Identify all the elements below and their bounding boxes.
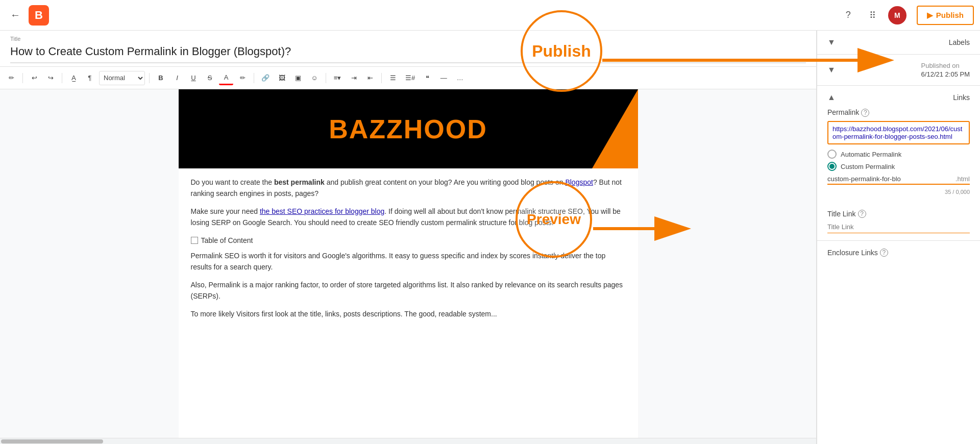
publish-label: Publish [936,11,964,19]
content-area[interactable]: BAZZHOOD Do you want to create the best … [0,89,816,438]
editor-panel: Title ✏ ↩ ↪ A̲ ¶ Normal Heading 1 Headin… [0,31,817,444]
seo-link[interactable]: the best SEO practices for blogger blog [260,207,384,215]
published-on-label: Published on [921,62,970,69]
content-inner: BAZZHOOD Do you want to create the best … [179,89,638,438]
blockquote-button[interactable]: ❝ [420,71,434,85]
published-section: ▼ Published on 6/12/21 2:05 PM [817,55,980,86]
toc-item: Table of Content [191,235,626,246]
labels-section-header[interactable]: ▼ Labels [827,38,970,47]
back-button[interactable]: ← [6,6,24,24]
horizontal-scrollbar[interactable] [0,438,816,444]
numbered-list-button[interactable]: ☰# [402,71,418,85]
published-section-header[interactable]: ▼ Published on 6/12/21 2:05 PM [827,62,970,78]
divider-5 [326,73,326,83]
divider-6 [381,73,382,83]
links-section: ▲ Links Permalink ? https://bazzhood.blo… [817,86,980,202]
more-options-button[interactable]: … [453,71,467,85]
toc-label: Table of Content [201,235,253,246]
publish-button[interactable]: ▶ Publish [917,6,974,25]
labels-chevron-icon: ▼ [827,38,836,47]
italic-button[interactable]: I [170,71,184,85]
paragraph-3: Permalink SEO is worth it for visitors a… [191,250,626,273]
blog-title: BAZZHOOD [329,114,487,144]
enclosure-label: Enclosure Links ? [827,248,970,257]
text-style-button[interactable]: A̲ [66,71,81,85]
redo-button[interactable]: ↪ [43,71,58,85]
links-chevron-icon: ▲ [827,93,836,102]
indent-left-button[interactable]: ⇤ [363,71,377,85]
text-color-button[interactable]: A [219,71,233,85]
enclosure-help-icon[interactable]: ? [880,249,888,257]
bullet-list-button[interactable]: ☰ [386,71,400,85]
help-button[interactable]: ? [839,6,857,24]
blog-content: Do you want to create the best permalink… [179,168,638,334]
avatar[interactable]: M [888,6,906,24]
automatic-permalink-row: Automatic Permalink [827,150,970,159]
underline-button[interactable]: U [186,71,201,85]
title-area: Title [0,31,816,67]
strikethrough-button[interactable]: S [203,71,217,85]
permalink-help-icon[interactable]: ? [861,109,869,117]
right-sidebar: ▼ Labels ▼ Published on 6/12/21 2:05 PM … [817,31,980,444]
avatar-initials: M [894,11,900,19]
toc-checkbox[interactable] [191,237,198,244]
title-link-help-icon[interactable]: ? [858,210,866,218]
top-bar: ← B ? ⠿ M ▶ Publish [0,0,980,31]
divider-2 [62,73,62,83]
hr-button[interactable]: — [436,71,451,85]
custom-permalink-radio[interactable] [827,162,837,171]
format-select[interactable]: Normal Heading 1 Heading 2 Heading 3 [99,71,145,85]
links-section-header[interactable]: ▲ Links [827,93,970,102]
divider-4 [254,73,254,83]
paragraph-1: Do you want to create the best permalink… [191,177,626,200]
publish-arrow-icon: ▶ [927,11,933,20]
align-button[interactable]: ≡▾ [330,71,345,85]
blog-header-image: BAZZHOOD [179,89,638,168]
title-input[interactable] [10,43,806,60]
char-count: 35 / 0,000 [827,189,970,195]
radio-inner-dot [829,164,835,169]
automatic-permalink-label: Automatic Permalink [841,151,901,158]
custom-permalink-label: Custom Permalink [841,163,895,170]
scroll-thumb[interactable] [1,439,103,443]
published-on-date: 6/12/21 2:05 PM [921,70,970,78]
automatic-permalink-radio[interactable] [827,150,837,159]
paragraph-2: Make sure your need the best SEO practic… [191,206,626,229]
published-chevron-icon: ▼ [827,65,836,75]
top-bar-icons: ? ⠿ M ▶ Publish [839,6,974,25]
link-button[interactable]: 🔗 [258,71,273,85]
indent-right-button[interactable]: ⇥ [347,71,361,85]
divider-1 [22,73,23,83]
title-underline [10,62,806,63]
labels-title: Labels [949,38,970,46]
image-button[interactable]: 🖼 [275,71,289,85]
apps-button[interactable]: ⠿ [864,6,882,24]
blogspot-link[interactable]: Blogspot [565,178,593,186]
highlight-button[interactable]: ✏ [235,71,250,85]
title-link-field[interactable] [827,221,970,233]
paragraph-style-button[interactable]: ¶ [83,71,97,85]
help-icon: ? [846,10,851,20]
custom-permalink-field[interactable] [827,175,955,183]
undo-button[interactable]: ↩ [27,71,41,85]
enclosure-section: Enclosure Links ? [817,241,980,264]
divider-3 [149,73,150,83]
editor-toolbar: ✏ ↩ ↪ A̲ ¶ Normal Heading 1 Heading 2 He… [0,67,816,89]
more-button[interactable]: ▣ [291,71,305,85]
links-title: Links [953,93,970,102]
back-icon: ← [10,9,20,21]
emoji-button[interactable]: ☺ [307,71,322,85]
labels-section: ▼ Labels [817,31,980,55]
title-link-section: Title Link ? [817,202,980,241]
paragraph-5: To more likely Visitors first look at th… [191,308,626,319]
main-area: Title ✏ ↩ ↪ A̲ ¶ Normal Heading 1 Headin… [0,31,980,444]
custom-permalink-input-row: .html [827,175,970,185]
blogger-logo: B [29,5,49,26]
bold-button[interactable]: B [154,71,168,85]
permalink-row: Permalink ? [827,108,970,117]
pen-tool-button[interactable]: ✏ [4,71,18,85]
header-triangle [592,89,638,168]
permalink-label: Permalink [827,108,859,116]
permalink-box[interactable]: https://bazzhood.blogspot.com/2021/06/cu… [827,121,970,144]
paragraph-4: Also, Permalink is a major ranking facto… [191,279,626,302]
